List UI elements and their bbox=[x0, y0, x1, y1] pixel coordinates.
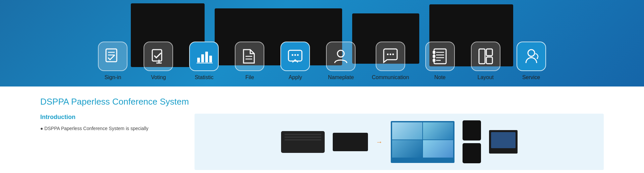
monitor-device bbox=[489, 130, 518, 154]
svg-rect-26 bbox=[433, 51, 435, 54]
statistic-icon-box bbox=[189, 42, 219, 71]
section-title: DSPPA Paperless Conference System bbox=[40, 97, 604, 107]
svg-point-32 bbox=[528, 50, 535, 56]
service-icon-box bbox=[517, 42, 546, 71]
svg-point-16 bbox=[297, 54, 299, 56]
camera-2 bbox=[463, 143, 481, 163]
svg-rect-28 bbox=[433, 59, 435, 62]
layout-icon-box bbox=[471, 42, 500, 71]
service-icon bbox=[523, 48, 540, 65]
statistic-label: Statistic bbox=[195, 74, 213, 80]
communication-icon-box bbox=[376, 42, 405, 71]
sign-in-icon bbox=[104, 48, 121, 65]
icon-item-note[interactable]: Note bbox=[425, 42, 455, 80]
nameplate-icon-box bbox=[326, 42, 356, 71]
svg-rect-30 bbox=[486, 49, 492, 56]
icon-item-communication[interactable]: Communication bbox=[372, 42, 409, 80]
svg-point-17 bbox=[337, 50, 344, 57]
server-device bbox=[281, 131, 325, 153]
content-section: DSPPA Paperless Conference System Introd… bbox=[0, 86, 644, 173]
communication-icon bbox=[382, 48, 399, 65]
icon-item-apply[interactable]: Apply bbox=[280, 42, 310, 80]
icon-item-nameplate[interactable]: Nameplate bbox=[326, 42, 356, 80]
apply-icon bbox=[286, 48, 304, 65]
svg-point-20 bbox=[392, 54, 394, 55]
note-icon bbox=[431, 48, 449, 65]
file-icon-box bbox=[235, 42, 264, 71]
icon-item-sign-in[interactable]: Sign-in bbox=[98, 42, 127, 80]
icon-item-voting[interactable]: Voting bbox=[144, 42, 173, 80]
icon-item-service[interactable]: Service bbox=[517, 42, 546, 80]
voting-label: Voting bbox=[151, 74, 166, 80]
icon-item-file[interactable]: File bbox=[235, 42, 264, 80]
file-icon bbox=[241, 48, 258, 65]
sign-in-label: Sign-in bbox=[105, 74, 121, 80]
icon-item-layout[interactable]: Layout bbox=[471, 42, 500, 80]
svg-rect-21 bbox=[434, 49, 446, 64]
svg-rect-9 bbox=[209, 56, 212, 62]
svg-point-33 bbox=[537, 58, 538, 59]
arrow-connector: → bbox=[376, 138, 383, 146]
svg-rect-3 bbox=[152, 50, 162, 61]
svg-rect-31 bbox=[486, 57, 492, 64]
svg-point-15 bbox=[294, 54, 296, 56]
product-image-area: → bbox=[195, 114, 604, 170]
svg-rect-8 bbox=[205, 52, 208, 62]
apply-icon-box bbox=[280, 42, 310, 71]
voting-icon-box bbox=[144, 42, 173, 71]
icons-row: Sign-in Voting bbox=[0, 42, 644, 80]
svg-point-19 bbox=[390, 54, 391, 55]
display-screen bbox=[391, 121, 454, 163]
rack-device bbox=[333, 133, 368, 151]
layout-label: Layout bbox=[478, 74, 494, 80]
intro-bullet: DSPPA Paperless Conference System is spe… bbox=[40, 125, 181, 132]
device-row: → bbox=[274, 114, 524, 170]
intro-text-block: Introduction DSPPA Paperless Conference … bbox=[40, 114, 181, 170]
note-icon-box bbox=[425, 42, 455, 71]
note-label: Note bbox=[434, 74, 446, 80]
icon-item-statistic[interactable]: Statistic bbox=[189, 42, 219, 80]
apply-label: Apply bbox=[288, 74, 302, 80]
svg-rect-29 bbox=[479, 49, 485, 64]
nameplate-label: Nameplate bbox=[328, 74, 354, 80]
statistic-icon bbox=[195, 48, 213, 65]
nameplate-icon bbox=[332, 48, 350, 65]
file-label: File bbox=[246, 74, 254, 80]
sign-in-icon-box bbox=[98, 42, 127, 71]
intro-heading: Introduction bbox=[40, 114, 181, 121]
camera-1 bbox=[463, 120, 481, 140]
communication-label: Communication bbox=[372, 74, 409, 80]
cameras-group bbox=[463, 120, 481, 163]
svg-rect-7 bbox=[201, 54, 204, 62]
layout-icon bbox=[477, 48, 494, 65]
content-row: Introduction DSPPA Paperless Conference … bbox=[40, 114, 604, 170]
service-label: Service bbox=[522, 74, 540, 80]
svg-point-18 bbox=[387, 54, 389, 55]
banner-section: Sign-in Voting bbox=[0, 0, 644, 86]
svg-rect-27 bbox=[433, 55, 435, 58]
voting-icon bbox=[150, 48, 167, 65]
svg-point-14 bbox=[292, 54, 293, 56]
svg-rect-6 bbox=[197, 58, 200, 62]
